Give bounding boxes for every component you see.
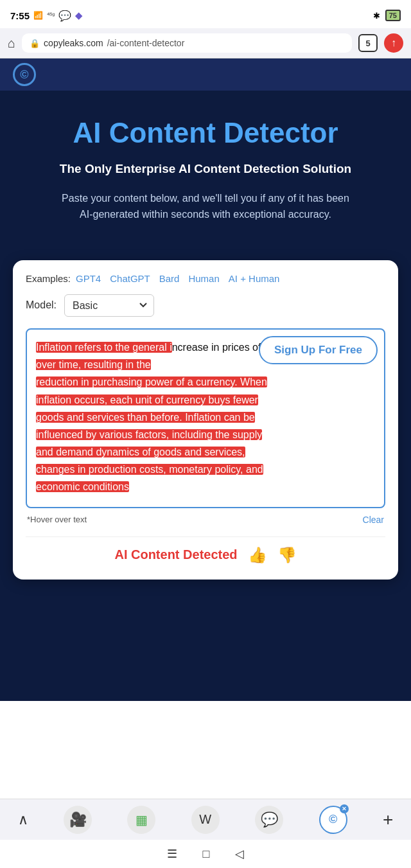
highlight-span-3: reduction in purchasing power of a curre… bbox=[36, 376, 267, 387]
highlight-span-5: goods and services than before. Inflatio… bbox=[36, 412, 255, 423]
url-domain: copyleaks.com bbox=[44, 38, 103, 48]
bottom-navigation: ∧ 🎥 ▦ W 💬 © ✕ + bbox=[0, 799, 411, 840]
top-strip: © bbox=[0, 58, 411, 91]
example-ai-human[interactable]: AI + Human bbox=[229, 273, 280, 284]
highlight-span-8: changes in production costs, monetary po… bbox=[36, 464, 263, 475]
close-badge: ✕ bbox=[340, 804, 349, 813]
hero-section: AI Content Detector The Only Enterprise … bbox=[0, 91, 411, 242]
text-area-container[interactable]: Sign Up For Free Inflation refers to the… bbox=[26, 328, 385, 508]
hero-description: Paste your content below, and we'll tell… bbox=[58, 190, 353, 223]
thumbs-down-button[interactable]: 👎 bbox=[277, 546, 297, 564]
example-human[interactable]: Human bbox=[188, 273, 219, 284]
result-label: AI Content Detected bbox=[114, 547, 237, 562]
thumbs-up-button[interactable]: 👍 bbox=[248, 546, 267, 564]
result-row: AI Content Detected 👍 👎 bbox=[26, 536, 385, 564]
status-right: ✱ 75 bbox=[373, 10, 401, 21]
highlight-span-4: inflation occurs, each unit of currency … bbox=[36, 394, 258, 405]
url-path: /ai-content-detector bbox=[107, 38, 185, 48]
highlight-span-6: influenced by various factors, including… bbox=[36, 429, 262, 440]
back-icon[interactable]: ◁ bbox=[235, 847, 244, 861]
model-label: Model: bbox=[26, 299, 57, 311]
hero-subtitle: The Only Enterprise AI Content Detection… bbox=[19, 162, 392, 176]
example-chatgpt[interactable]: ChatGPT bbox=[110, 273, 150, 284]
home-icon[interactable]: ⌂ bbox=[8, 36, 15, 51]
home-indicator: ☰ □ ◁ bbox=[0, 840, 411, 868]
whatsapp-icon: 💬 bbox=[58, 10, 71, 22]
home-square-icon[interactable]: □ bbox=[203, 847, 210, 861]
battery-icon: 75 bbox=[385, 10, 401, 21]
url-bar[interactable]: 🔒 copyleaks.com /ai-content-detector bbox=[22, 33, 352, 53]
detector-card: Examples: GPT4 ChatGPT Bard Human AI + H… bbox=[13, 260, 398, 580]
bottom-row: *Hover over text Clear bbox=[26, 515, 385, 525]
tab-count[interactable]: 5 bbox=[358, 34, 378, 52]
signup-button[interactable]: Sign Up For Free bbox=[259, 336, 378, 364]
time: 7:55 bbox=[10, 10, 30, 21]
status-bar: 7:55 📶 ⁴⁵ᵍ 💬 ◆ ✱ 75 bbox=[0, 0, 411, 28]
browser-bar: ⌂ 🔒 copyleaks.com /ai-content-detector 5… bbox=[0, 28, 411, 58]
facetime-icon[interactable]: 🎥 bbox=[64, 806, 92, 834]
logo-icon: © bbox=[13, 63, 36, 86]
wordpress-icon[interactable]: W bbox=[191, 806, 220, 834]
hero-title: AI Content Detector bbox=[19, 116, 392, 150]
highlight-span-9: economic conditions bbox=[36, 481, 129, 492]
diamond-icon: ◆ bbox=[75, 10, 82, 21]
example-bard[interactable]: Bard bbox=[159, 273, 180, 284]
lock-icon: 🔒 bbox=[30, 39, 40, 48]
plus-icon[interactable]: + bbox=[383, 810, 393, 830]
model-select[interactable]: Basic Advanced bbox=[64, 294, 154, 317]
chat-icon[interactable]: 💬 bbox=[255, 806, 283, 834]
sheets-icon[interactable]: ▦ bbox=[127, 806, 155, 834]
clear-button[interactable]: Clear bbox=[363, 515, 384, 525]
hover-hint: *Hover over text bbox=[27, 515, 87, 524]
examples-label: Examples: bbox=[26, 273, 71, 284]
example-gpt4[interactable]: GPT4 bbox=[76, 273, 101, 284]
signal-icon: 📶 bbox=[33, 11, 43, 20]
expand-icon[interactable]: ∧ bbox=[18, 811, 28, 828]
examples-row: Examples: GPT4 ChatGPT Bard Human AI + H… bbox=[26, 273, 385, 284]
model-row: Model: Basic Advanced bbox=[26, 294, 385, 317]
main-content: © AI Content Detector The Only Enterpris… bbox=[0, 58, 411, 701]
copyleaks-active-icon[interactable]: © ✕ bbox=[319, 806, 347, 834]
status-left: 7:55 📶 ⁴⁵ᵍ 💬 ◆ bbox=[10, 10, 82, 22]
menu-icon[interactable]: ☰ bbox=[167, 847, 177, 861]
profile-icon[interactable]: ↑ bbox=[384, 33, 403, 53]
highlight-span-1: Inflation refers to the general i bbox=[36, 342, 172, 353]
highlight-span-7: and demand dynamics of goods and service… bbox=[36, 447, 245, 457]
bluetooth-icon: ✱ bbox=[373, 11, 380, 21]
network-icon: ⁴⁵ᵍ bbox=[47, 12, 55, 20]
